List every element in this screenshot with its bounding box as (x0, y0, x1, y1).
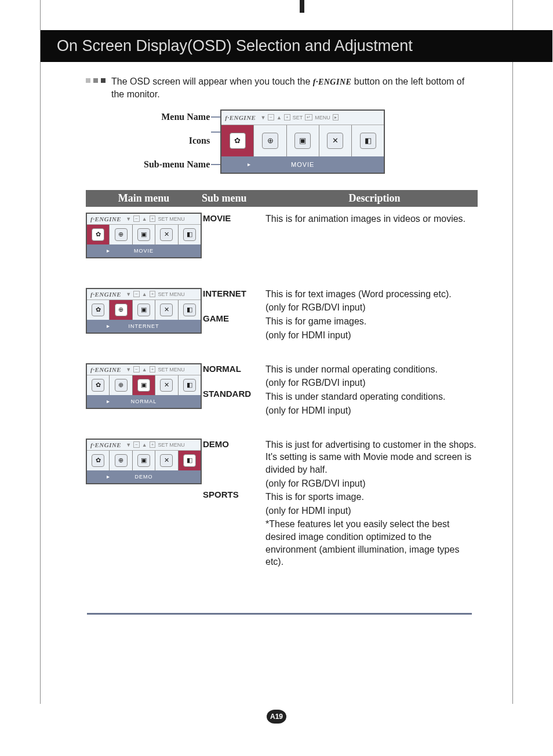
fengine-logo: f·ENGINE (90, 216, 121, 222)
tick-icon (101, 78, 105, 83)
submenu-col: NORMAL STANDARD (203, 363, 262, 433)
x-box-icon: ✕ (327, 133, 343, 149)
split-icon: ◧ (183, 304, 196, 316)
tick-icon (93, 78, 98, 83)
main-menu-thumb: f·ENGINE▼− ▲+ SET MENU ✿ ⊕ ▣ ✕ ◧ MOVIE (86, 213, 199, 282)
description-col: This is just for advertising to customer… (265, 439, 478, 569)
osd-submenu-bar: DEMO (87, 470, 201, 483)
film-reel-icon: ✿ (92, 228, 104, 241)
submenu-label: SPORTS (203, 489, 262, 501)
x-box-icon: ✕ (160, 454, 173, 467)
title-banner: On Screen Display(OSD) Selection and Adj… (41, 30, 552, 62)
tick-icon (86, 78, 90, 83)
label-menu-name: Menu Name (144, 109, 210, 125)
osd-icon-internet: ⊕ (254, 125, 286, 156)
split-icon: ◧ (183, 228, 196, 241)
osd-header: f·ENGINE ▼− ▲+ SET ↵ MENU▸ (221, 111, 384, 125)
globe-icon: ⊕ (115, 454, 128, 467)
desc-note: (only for RGB/DVI input) (265, 301, 478, 314)
main-menu-thumb: f·ENGINE▼− ▲+ SET MENU ✿ ⊕ ▣ ✕ ◧ DEMO (86, 439, 199, 569)
section-rule (87, 613, 472, 615)
content: The OSD screen will appear when you touc… (86, 75, 478, 569)
osd-icon-normal: ▣ (287, 125, 319, 156)
osd-icon-extra: ◧ (352, 125, 384, 156)
submenu-col: INTERNET GAME (203, 288, 262, 357)
table-header: Main menu Sub menu Description (86, 190, 478, 207)
submenu-col: DEMO SPORTS (203, 439, 262, 569)
osd-icon-demo: ✕ (319, 125, 352, 156)
th-description: Description (271, 192, 478, 204)
osd-submenu-bar: MOVIE (87, 244, 201, 257)
desc-note: (only for HDMI input) (265, 329, 478, 342)
film-reel-icon: ✿ (92, 454, 104, 467)
description-col: This is for text images (Word processing… (265, 288, 478, 357)
osd-icon-movie: ✿ (221, 125, 254, 156)
desc-text: This is for game images. (265, 315, 478, 328)
desc-text: This is for text images (Word processing… (265, 288, 478, 301)
film-reel-icon: ✿ (92, 379, 104, 392)
main-menu-thumb: f·ENGINE▼− ▲+ SET MENU ✿ ⊕ ▣ ✕ ◧ INTERNE… (86, 288, 199, 357)
split-icon: ◧ (360, 133, 376, 149)
submenu-label: DEMO (203, 439, 262, 450)
submenu-label: INTERNET (203, 288, 262, 300)
desc-note: (only for HDMI input) (265, 505, 478, 517)
x-box-icon: ✕ (160, 304, 173, 316)
fengine-logo: f·ENGINE (90, 441, 121, 448)
label-icons: Icons (144, 125, 210, 157)
description-col: This is under normal operating condition… (265, 363, 478, 433)
table-row: f·ENGINE▼− ▲+ SET MENU ✿ ⊕ ▣ ✕ ◧ NORMAL … (86, 363, 478, 433)
th-main-menu: Main menu (86, 192, 202, 204)
osd-screenshot-large: f·ENGINE ▼− ▲+ SET ↵ MENU▸ ✿ ⊕ ▣ ✕ ◧ MOV… (220, 109, 385, 174)
globe-icon: ⊕ (262, 133, 278, 149)
main-menu-thumb: f·ENGINE▼− ▲+ SET MENU ✿ ⊕ ▣ ✕ ◧ NORMAL (86, 363, 199, 433)
osd-nav-icons: ▼− ▲+ SET ↵ MENU▸ (260, 114, 338, 120)
osd-submenu-bar: INTERNET (87, 320, 201, 333)
submenu-label: GAME (203, 313, 262, 324)
desc-note: (only for HDMI input) (265, 404, 478, 417)
desc-text: This is under standard operating conditi… (265, 390, 478, 403)
submenu-label: STANDARD (203, 388, 262, 400)
fengine-logo: f·ENGINE (90, 291, 121, 298)
globe-icon: ⊕ (115, 304, 128, 316)
osd-submenu-bar: NORMAL (87, 395, 201, 408)
user-icon: ▣ (294, 133, 311, 149)
desc-text: This is for sports image. (265, 491, 478, 503)
user-icon: ▣ (137, 379, 150, 392)
page-title: On Screen Display(OSD) Selection and Adj… (41, 30, 552, 55)
intro-part-a: The OSD screen will appear when you touc… (111, 76, 313, 86)
label-submenu-name: Sub-menu Name (144, 157, 210, 172)
film-reel-icon: ✿ (92, 304, 104, 316)
page-number-badge: A19 (267, 710, 286, 724)
user-icon: ▣ (137, 228, 150, 241)
diagram-labels: Menu Name Icons Sub-menu Name (144, 109, 210, 172)
submenu-label: NORMAL (203, 363, 262, 375)
desc-text: This is for animation images in videos o… (265, 213, 478, 225)
split-icon: ◧ (183, 379, 196, 392)
page: On Screen Display(OSD) Selection and Adj… (0, 0, 553, 756)
desc-note: (only for RGB/DVI input) (265, 377, 478, 389)
desc-text: This is under normal operating condition… (265, 363, 478, 376)
fengine-logo: f·ENGINE (225, 114, 256, 121)
osd-icon-row: ✿ ⊕ ▣ ✕ ◧ (221, 125, 384, 156)
footnote-text: *These features let you easily select th… (265, 518, 478, 568)
th-sub-menu: Sub menu (202, 192, 271, 204)
intro-text: The OSD screen will appear when you touc… (111, 75, 478, 101)
osd-diagram: Menu Name Icons Sub-menu Name f·ENGINE ▼… (144, 109, 478, 174)
bullet-ticks (86, 78, 105, 83)
fengine-inline-logo: f·ENGINE (313, 78, 352, 86)
desc-note: (only for RGB/DVI input) (265, 477, 478, 490)
fengine-logo: f·ENGINE (90, 366, 121, 373)
description-col: This is for animation images in videos o… (265, 213, 478, 282)
intro: The OSD screen will appear when you touc… (86, 75, 478, 101)
globe-icon: ⊕ (115, 379, 128, 392)
split-icon: ◧ (183, 454, 196, 467)
submenu-col: MOVIE (203, 213, 262, 282)
globe-icon: ⊕ (115, 228, 128, 241)
desc-text: This is just for advertising to customer… (265, 439, 478, 476)
osd-submenu-bar: MOVIE (221, 156, 384, 173)
table-row: f·ENGINE▼− ▲+ SET MENU ✿ ⊕ ▣ ✕ ◧ MOVIE M… (86, 213, 478, 282)
user-icon: ▣ (137, 304, 150, 316)
x-box-icon: ✕ (160, 379, 173, 392)
table-row: f·ENGINE▼− ▲+ SET MENU ✿ ⊕ ▣ ✕ ◧ INTERNE… (86, 288, 478, 357)
crop-frame: On Screen Display(OSD) Selection and Adj… (40, 0, 513, 704)
